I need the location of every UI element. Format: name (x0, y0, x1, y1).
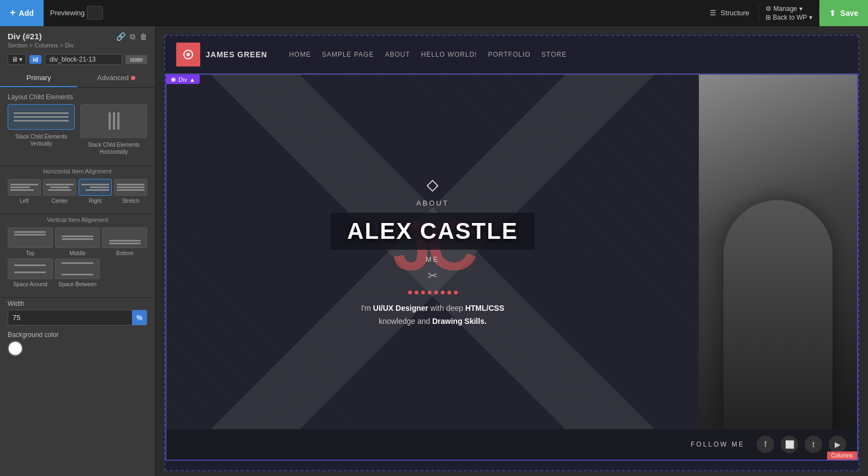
dots-row (408, 291, 458, 294)
nav-link-sample[interactable]: SAMPLE PAGE (322, 51, 374, 58)
trash-icon[interactable]: 🗑 (140, 32, 147, 41)
save-label: Save (840, 9, 858, 17)
device-select[interactable]: 🖥 ▾ (8, 54, 26, 65)
layout-options: Stack Child Elements Vertically Stack Ch… (0, 104, 155, 163)
align-right-option[interactable]: Right (79, 179, 112, 204)
valign-bottom-option[interactable]: Bottom (102, 227, 147, 256)
as1 (117, 184, 145, 185)
align-right-icon (79, 179, 112, 196)
manage-label: Manage (774, 5, 797, 13)
valign-bottom-label: Bottom (116, 250, 134, 256)
dot-2 (415, 291, 418, 294)
stack-vertical-option[interactable]: Stack Child Elements Vertically (8, 104, 75, 155)
vertical-align-title: Vertical Item Alignment (8, 216, 147, 223)
structure-button[interactable]: ☰ Structure (701, 0, 758, 26)
bg-color-label: Background color (8, 331, 147, 339)
follow-label: FOLLOW ME (691, 441, 745, 448)
valign-top-option[interactable]: Top (8, 227, 53, 256)
structure-icon: ☰ (710, 9, 716, 17)
vb2 (109, 243, 141, 244)
stack-vertical-icon (8, 104, 75, 130)
youtube-icon[interactable]: ▶ (829, 436, 846, 453)
width-input[interactable] (8, 310, 132, 325)
back-to-wp-row[interactable]: ⊞ Back to WP ▾ (765, 14, 813, 21)
h-line-2 (113, 112, 115, 130)
link-icon[interactable]: 🔗 (116, 32, 125, 41)
valign-space-around-label: Space Around (13, 281, 47, 287)
nav-link-home[interactable]: HOME (289, 51, 311, 58)
stack-horizontal-label: Stack Child Elements Horizontally (80, 141, 147, 155)
manage-chevron: ▾ (799, 5, 803, 13)
valign-top-icon (8, 227, 53, 248)
h-line-1 (109, 112, 111, 130)
manage-row[interactable]: ⚙ Manage ▾ (765, 5, 813, 13)
align-stretch-option[interactable]: Stretch (114, 179, 147, 204)
nav-logo-icon (176, 43, 200, 67)
topbar-manage: ⚙ Manage ▾ ⊞ Back to WP ▾ (758, 5, 820, 21)
preview-selected-div: ◉ Div ▲ JC ◇ ABOUT ALEX CAS (165, 74, 858, 461)
align-center-option[interactable]: Center (43, 179, 76, 204)
nav-link-about[interactable]: ABOUT (385, 51, 410, 58)
tab-advanced-indicator (131, 76, 135, 80)
div-badge: ◉ Div ▲ (166, 75, 200, 84)
h-line-3 (117, 112, 119, 130)
device-chevron: ▾ (19, 56, 22, 63)
valign-space-between-label: Space Between (58, 281, 97, 287)
valign-top-label: Top (26, 250, 34, 256)
id-value: div_block-21-13 (45, 54, 122, 65)
preview-area: JAMES GREEN HOME SAMPLE PAGE ABOUT HELLO… (155, 26, 868, 476)
preview-main-col: JC ◇ ABOUT ALEX CASTLE ME ✂ (166, 75, 699, 429)
div-badge-label: Div (178, 76, 187, 83)
al3 (10, 189, 34, 191)
ac3 (48, 189, 71, 191)
twitter-icon[interactable]: t (805, 436, 822, 453)
preview-side-col (699, 75, 857, 429)
vt1 (14, 231, 46, 233)
about-section: ◇ ABOUT ALEX CASTLE ME ✂ (331, 176, 535, 328)
nav-link-portfolio[interactable]: PORTFOLIO (488, 51, 530, 58)
layout-section-label: Layout Child Elements (0, 88, 155, 104)
valign-bottom-icon (102, 227, 147, 248)
align-left-option[interactable]: Left (8, 179, 41, 204)
ar3 (86, 189, 109, 191)
id-bar: 🖥 ▾ id div_block-21-13 state (0, 51, 155, 69)
breadcrumb: Section > Columns > Div (8, 42, 147, 49)
add-button[interactable]: + Add (0, 0, 44, 26)
vertical-align-section: Vertical Item Alignment Top Middle (0, 216, 155, 295)
align-center-label: Center (51, 198, 68, 204)
ar1 (81, 184, 109, 185)
valign-options: Top Middle Bottom (8, 227, 147, 256)
valign-middle-option[interactable]: Middle (55, 227, 100, 256)
valign-space-around-option[interactable]: Space Around (8, 258, 53, 287)
person-silhouette (723, 200, 833, 429)
sep-2 (0, 214, 155, 214)
instagram-icon[interactable]: ⬜ (781, 436, 798, 453)
copy-icon[interactable]: ⧉ (130, 32, 135, 41)
cross-scissors-icon: ✂ (428, 269, 438, 283)
add-label: Add (19, 9, 34, 17)
back-chevron: ▾ (809, 14, 812, 21)
previewing-wrap: Previewing (44, 0, 110, 26)
left-panel: Div (#21) 🔗 ⧉ 🗑 Section > Columns > Div … (0, 26, 155, 476)
vsb1 (62, 262, 93, 264)
align-stretch-label: Stretch (122, 198, 140, 204)
align-center-icon (43, 179, 76, 196)
tab-primary[interactable]: Primary (0, 69, 77, 87)
bg-color-row: Background color (0, 331, 155, 361)
valign-space-between-option[interactable]: Space Between (55, 258, 100, 287)
svg-point-1 (187, 53, 190, 56)
bg-color-swatch[interactable] (8, 341, 23, 356)
align-options: Left Center Right (8, 179, 147, 204)
facebook-icon[interactable]: f (757, 436, 774, 453)
nav-link-store[interactable]: STORE (542, 51, 567, 58)
v-line-1 (14, 112, 69, 114)
save-button[interactable]: ⬆ Save (819, 0, 868, 26)
nav-links: HOME SAMPLE PAGE ABOUT HELLO WORLD! PORT… (289, 51, 567, 58)
tab-advanced[interactable]: Advanced (77, 69, 155, 87)
state-badge[interactable]: state (125, 55, 147, 64)
vb1 (109, 240, 141, 242)
nav-link-hello[interactable]: HELLO WORLD! (421, 51, 477, 58)
stack-horizontal-option[interactable]: Stack Child Elements Horizontally (80, 104, 147, 155)
dot-7 (447, 291, 451, 294)
previewing-select[interactable] (87, 6, 103, 20)
